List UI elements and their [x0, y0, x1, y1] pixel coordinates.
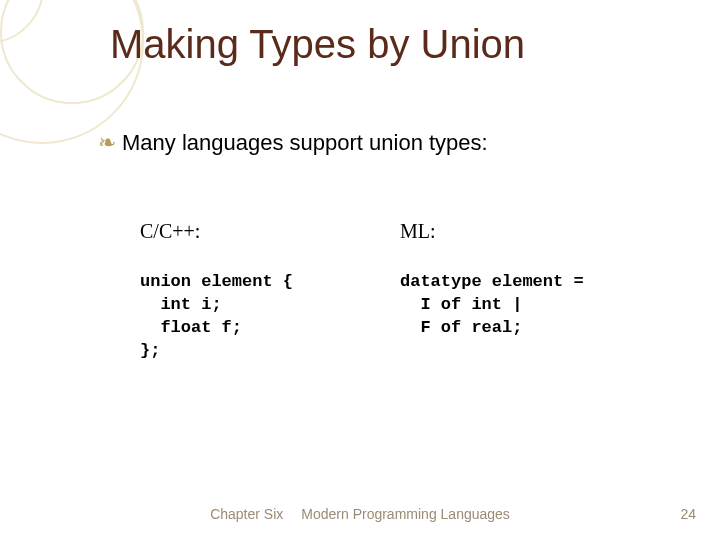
slide-title: Making Types by Union — [110, 22, 525, 67]
left-code-block: union element { int i; float f; }; — [140, 271, 400, 363]
left-column-label: C/C++: — [140, 220, 400, 243]
page-number: 24 — [680, 506, 696, 522]
code-columns: C/C++: union element { int i; float f; }… — [140, 220, 660, 363]
footer-chapter: Chapter Six — [210, 506, 283, 522]
slide: Making Types by Union ❧ Many languages s… — [0, 0, 720, 540]
right-column: ML: datatype element = I of int | F of r… — [400, 220, 660, 363]
right-column-label: ML: — [400, 220, 660, 243]
right-code-block: datatype element = I of int | F of real; — [400, 271, 660, 340]
bullet-icon: ❧ — [98, 132, 116, 154]
footer-book-title: Modern Programming Languages — [301, 506, 510, 522]
bullet-text: Many languages support union types: — [122, 130, 488, 156]
left-column: C/C++: union element { int i; float f; }… — [140, 220, 400, 363]
bullet-item: ❧ Many languages support union types: — [98, 130, 488, 156]
footer: Chapter Six Modern Programming Languages — [0, 506, 720, 522]
